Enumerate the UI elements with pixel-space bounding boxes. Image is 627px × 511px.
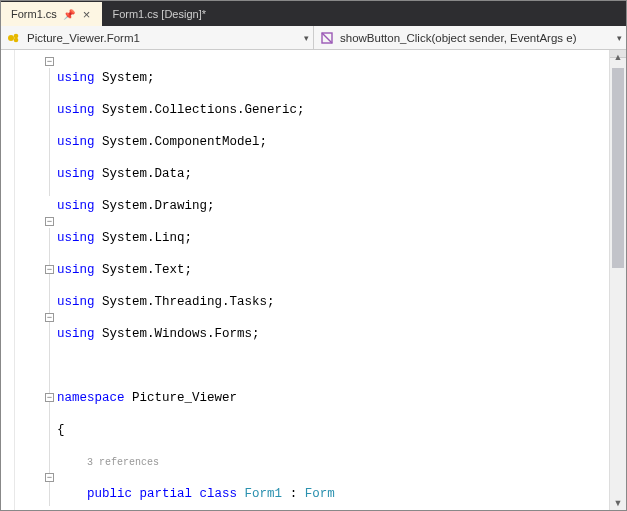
tab-form1-design[interactable]: Form1.cs [Design]* [102,2,216,26]
method-icon [320,31,334,45]
outline-toggle[interactable] [45,217,54,226]
type-name: Picture_Viewer.Form1 [27,32,140,44]
scroll-down-icon[interactable]: ▼ [610,498,626,508]
tab-label: Form1.cs [11,8,57,20]
code-editor[interactable]: using System; using System.Collections.G… [1,50,626,510]
outline-gutter [15,50,57,510]
indicator-margin [1,50,15,510]
pin-icon[interactable]: 📌 [63,9,75,20]
svg-point-0 [8,35,14,41]
outline-toggle[interactable] [45,473,54,482]
chevron-down-icon: ▾ [304,33,309,43]
vertical-scrollbar[interactable]: ▲ ▼ [609,50,626,510]
svg-point-1 [14,33,19,38]
member-name: showButton_Click(object sender, EventArg… [340,32,577,44]
chevron-down-icon: ▾ [617,33,622,43]
outline-toggle[interactable] [45,57,54,66]
member-dropdown[interactable]: showButton_Click(object sender, EventArg… [314,26,626,49]
outline-toggle[interactable] [45,265,54,274]
svg-point-2 [14,37,19,42]
outline-toggle[interactable] [45,313,54,322]
scrollbar-thumb[interactable] [612,68,624,268]
outline-toggle[interactable] [45,393,54,402]
close-icon[interactable]: × [81,7,93,22]
navigation-bar: Picture_Viewer.Form1 ▾ showButton_Click(… [1,26,626,50]
tab-form1-cs[interactable]: Form1.cs 📌 × [1,2,102,26]
scroll-up-icon[interactable]: ▲ [610,52,626,62]
tab-label: Form1.cs [Design]* [112,8,206,20]
code-area[interactable]: using System; using System.Collections.G… [57,50,609,510]
tab-strip: Form1.cs 📌 × Form1.cs [Design]* [1,1,626,26]
outline-line [49,68,50,196]
type-dropdown[interactable]: Picture_Viewer.Form1 ▾ [1,26,314,49]
class-icon [7,31,21,45]
codelens-references[interactable]: 3 references [87,457,159,468]
